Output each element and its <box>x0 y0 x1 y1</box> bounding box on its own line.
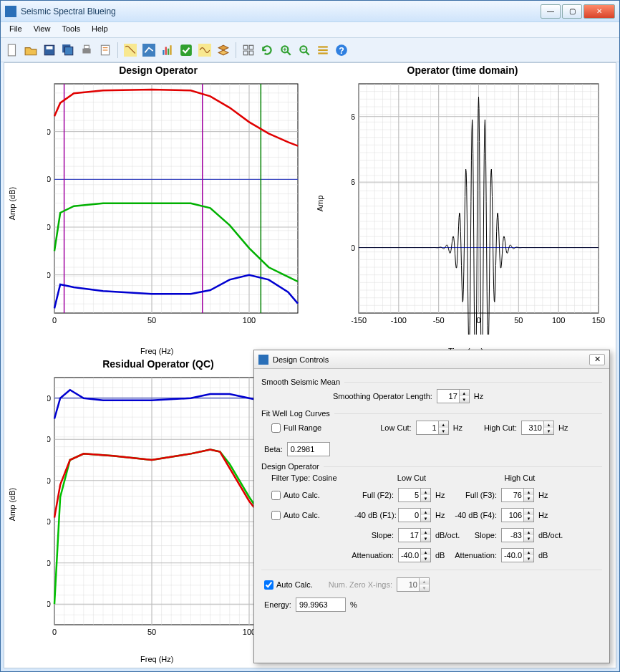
help-icon[interactable]: ? <box>333 42 350 59</box>
menu-view[interactable]: View <box>28 22 57 37</box>
spin-down-icon[interactable]: ▼ <box>459 396 469 403</box>
spin-down-icon[interactable]: ▼ <box>420 515 430 522</box>
x-axis-label: Freq (Hz) <box>140 655 173 663</box>
autocalc-x-input[interactable] <box>264 580 273 590</box>
spin-up-icon[interactable]: ▲ <box>420 529 430 535</box>
svg-text:2e-06: 2e-06 <box>352 112 355 121</box>
svg-text:-100: -100 <box>47 271 51 279</box>
svg-text:0: 0 <box>47 175 51 183</box>
svg-text:-50: -50 <box>433 316 445 325</box>
autocalc1-input[interactable] <box>271 491 281 500</box>
report-icon[interactable] <box>97 42 114 59</box>
att1-spinner[interactable]: ▲▼ <box>398 548 431 562</box>
f2-input[interactable] <box>399 489 420 501</box>
open-icon[interactable] <box>22 42 39 59</box>
spin-down-icon[interactable]: ▼ <box>523 535 533 542</box>
smoothing-length-input[interactable] <box>437 390 459 403</box>
spin-down-icon[interactable]: ▼ <box>543 428 553 434</box>
beta-input[interactable] <box>287 442 330 456</box>
refresh-icon[interactable] <box>258 42 276 59</box>
spin-up-icon[interactable]: ▲ <box>523 529 533 535</box>
design-controls-dialog[interactable]: Design Controls ✕ Smooth Seismic Mean Sm… <box>253 350 610 663</box>
highcut-input[interactable] <box>522 421 543 434</box>
f3-input[interactable] <box>502 489 523 501</box>
plot-icon[interactable] <box>140 42 158 59</box>
toolbar: ? <box>1 38 619 62</box>
f3-spinner[interactable]: ▲▼ <box>501 488 534 502</box>
chart-canvas[interactable]: 050100-100-50050 <box>47 80 305 335</box>
close-button[interactable]: ✕ <box>583 4 615 19</box>
att2-input[interactable] <box>502 549 523 562</box>
zoom-in-icon[interactable] <box>277 42 294 59</box>
minimize-button[interactable]: — <box>541 4 561 19</box>
menu-file[interactable]: File <box>4 22 28 37</box>
y-axis-label: Amp <box>316 196 324 212</box>
chart-title: Design Operator <box>4 63 312 77</box>
slope2-spinner[interactable]: ▲▼ <box>501 528 534 542</box>
save-all-icon[interactable] <box>59 42 77 59</box>
menu-tools[interactable]: Tools <box>56 22 86 37</box>
spin-down-icon[interactable]: ▼ <box>523 555 533 562</box>
autocalc2-input[interactable] <box>271 511 281 520</box>
zoom-out-icon[interactable] <box>296 42 313 59</box>
spin-up-icon[interactable]: ▲ <box>420 549 430 555</box>
spin-down-icon[interactable]: ▼ <box>420 495 430 501</box>
spin-up-icon[interactable]: ▲ <box>523 489 533 495</box>
chart-canvas[interactable]: -150-100-5005010015001e-062e-06 <box>352 80 606 335</box>
spin-up-icon[interactable]: ▲ <box>420 489 430 495</box>
chart-title: Operator (time domain) <box>312 63 613 77</box>
slope1-input[interactable] <box>399 529 420 542</box>
dialog-close-button[interactable]: ✕ <box>589 354 605 365</box>
spin-up-icon[interactable]: ▲ <box>438 421 448 428</box>
lowcut-spinner[interactable]: ▲▼ <box>416 421 449 435</box>
spin-down-icon[interactable]: ▼ <box>523 495 533 501</box>
check-icon[interactable] <box>178 42 195 59</box>
full-range-input[interactable] <box>271 423 281 433</box>
att2-spinner[interactable]: ▲▼ <box>501 548 534 562</box>
autocalc2-checkbox[interactable]: Auto Calc. <box>271 511 350 520</box>
zero-xings-input <box>397 578 419 591</box>
spin-down-icon[interactable]: ▼ <box>420 535 430 542</box>
spin-down-icon[interactable]: ▼ <box>523 515 533 522</box>
eq-icon[interactable] <box>159 42 176 59</box>
lowcut-input[interactable] <box>417 421 438 434</box>
spin-down-icon[interactable]: ▼ <box>420 555 430 562</box>
sine-icon[interactable] <box>196 42 213 59</box>
svg-text:50: 50 <box>514 316 523 325</box>
maximize-button[interactable]: ▢ <box>562 4 582 19</box>
f2-spinner[interactable]: ▲▼ <box>398 488 431 502</box>
new-icon[interactable] <box>4 42 21 59</box>
spin-up-icon[interactable]: ▲ <box>459 390 469 396</box>
f4-input[interactable] <box>502 509 523 522</box>
spin-up-icon[interactable]: ▲ <box>523 509 533 515</box>
print-icon[interactable] <box>78 42 95 59</box>
save-icon[interactable] <box>41 42 58 59</box>
autocalc1-checkbox[interactable]: Auto Calc. <box>271 491 350 500</box>
spin-up-icon[interactable]: ▲ <box>543 421 553 428</box>
titlebar[interactable]: Seismic Spectral Blueing — ▢ ✕ <box>1 1 619 22</box>
f4-unit: Hz <box>538 511 548 519</box>
full-range-checkbox[interactable]: Full Range <box>271 423 321 433</box>
dialog-titlebar[interactable]: Design Controls ✕ <box>254 350 609 369</box>
spin-up-icon[interactable]: ▲ <box>420 509 430 515</box>
svg-rect-0 <box>8 44 15 56</box>
spin-up-icon[interactable]: ▲ <box>523 549 533 555</box>
slope1-spinner[interactable]: ▲▼ <box>398 528 431 542</box>
wave-icon[interactable] <box>122 42 139 59</box>
svg-text:50: 50 <box>147 316 156 325</box>
smoothing-length-spinner[interactable]: ▲▼ <box>437 389 470 403</box>
layers-icon[interactable] <box>215 42 232 59</box>
menu-help[interactable]: Help <box>86 22 114 37</box>
slope2-input[interactable] <box>502 529 523 542</box>
grid-icon[interactable] <box>240 42 257 59</box>
att1-input[interactable] <box>399 549 420 562</box>
highcut-spinner[interactable]: ▲▼ <box>521 421 554 435</box>
energy-input[interactable] <box>296 597 346 612</box>
f1-spinner[interactable]: ▲▼ <box>398 508 431 522</box>
smoothing-length-unit: Hz <box>474 392 483 400</box>
f1-input[interactable] <box>399 509 420 522</box>
bars-icon[interactable] <box>314 42 331 59</box>
spin-down-icon[interactable]: ▼ <box>438 428 448 434</box>
f4-spinner[interactable]: ▲▼ <box>501 508 534 522</box>
autocalc-x-checkbox[interactable]: Auto Calc. <box>264 580 313 590</box>
